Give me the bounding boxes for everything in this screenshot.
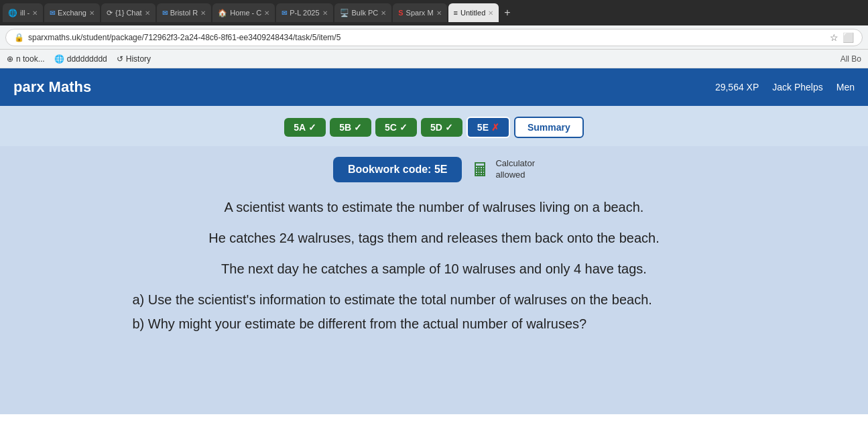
tab-exchange[interactable]: ✉ Exchang ✕: [44, 3, 100, 22]
task-tab-5C-check: ✓: [399, 122, 408, 133]
address-bar[interactable]: 🔒 sparxmaths.uk/student/package/712962f3…: [5, 29, 863, 46]
tab-bulkpc-label: Bulk PC: [352, 9, 379, 17]
task-tab-5E-x: ✗: [491, 122, 499, 133]
task-tab-5B-label: 5B: [339, 122, 351, 133]
tab-bristol-icon: ✉: [162, 9, 168, 17]
question-part-b: b) Why might your estimate be different …: [133, 316, 736, 332]
tab-untitled-label: Untitled: [460, 9, 485, 17]
history-icon: ↺: [117, 54, 123, 64]
tab-exchange-icon: ✉: [50, 9, 55, 17]
task-tab-5D[interactable]: 5D ✓: [421, 118, 462, 137]
calculator-line1: Calculator: [495, 158, 535, 170]
all-bookmarks-label: All Bo: [841, 54, 861, 64]
user-name: Jack Phelps: [772, 82, 822, 92]
tab-chat-label: {1} Chat: [115, 9, 142, 17]
menu-button[interactable]: Men: [836, 82, 855, 92]
task-tab-5A-label: 5A: [294, 122, 306, 133]
question-line1: A scientist wants to estimate the number…: [208, 196, 660, 219]
task-tab-5E-label: 5E: [477, 122, 489, 133]
task-tab-5E[interactable]: 5E ✗: [467, 117, 510, 138]
tab-bulkpc[interactable]: 🖥️ Bulk PC ✕: [334, 3, 392, 22]
task-tab-5D-check: ✓: [445, 122, 453, 133]
bookmark-star-icon[interactable]: ☆: [830, 32, 839, 43]
task-tab-5C-label: 5C: [385, 122, 397, 133]
question-part-b-text: b) Why might your estimate be different …: [133, 316, 736, 332]
tab-sparxm-close[interactable]: ✕: [436, 9, 442, 17]
question-line2: He catches 24 walruses, tags them and re…: [208, 227, 660, 249]
tab-pl2025-icon: ✉: [282, 9, 287, 17]
address-url: sparxmaths.uk/student/package/712962f3-2…: [28, 33, 340, 42]
bookwork-code-badge: Bookwork code: 5E: [333, 157, 462, 182]
tab-1-label: ill -: [20, 9, 29, 17]
task-tab-5D-label: 5D: [430, 122, 442, 133]
calculator-line2: allowed: [495, 170, 535, 181]
bookmark-took-label: n took...: [16, 54, 45, 64]
task-tab-5C[interactable]: 5C ✓: [375, 118, 417, 137]
bookmark-history-label: History: [126, 54, 151, 64]
summary-button[interactable]: Summary: [514, 117, 584, 138]
tab-1-close[interactable]: ✕: [32, 9, 38, 17]
tab-sparxm-label: Sparx M: [406, 9, 434, 17]
tab-exchange-close[interactable]: ✕: [89, 9, 95, 17]
tab-untitled-icon: ≡: [454, 9, 458, 17]
tab-home-label: Home - C: [230, 9, 261, 17]
bookmark-ddddd-label: ddddddddd: [67, 54, 107, 64]
tab-chat[interactable]: ⟳ {1} Chat ✕: [101, 3, 156, 22]
browser-tab-bar: 🌐 ill - ✕ ✉ Exchang ✕ ⟳ {1} Chat ✕ ✉ Bri…: [0, 0, 868, 25]
tab-chat-close[interactable]: ✕: [145, 9, 150, 17]
all-bookmarks-link[interactable]: All Bo: [841, 54, 861, 64]
tab-exchange-label: Exchang: [58, 9, 86, 17]
address-bar-row: 🔒 sparxmaths.uk/student/package/712962f3…: [0, 25, 868, 50]
tab-chat-icon: ⟳: [107, 9, 113, 17]
tab-pl2025-label: P-L 2025: [290, 9, 319, 17]
tab-screenshot-icon[interactable]: ⬜: [843, 32, 854, 43]
tab-untitled[interactable]: ≡ Untitled ✕: [448, 3, 499, 22]
tab-1[interactable]: 🌐 ill - ✕: [3, 3, 43, 22]
bookmark-took-icon: ⊕: [7, 54, 13, 64]
tab-sparxm[interactable]: S Sparx M ✕: [393, 3, 446, 22]
sparx-header: parx Maths 29,564 XP Jack Phelps Men: [0, 68, 868, 106]
tab-home[interactable]: 🏠 Home - C ✕: [212, 3, 275, 22]
bookmark-ddddd-icon: 🌐: [54, 54, 64, 64]
secure-icon: 🔒: [14, 33, 24, 42]
question-part-a-text: a) Use the scientist's information to es…: [133, 288, 736, 311]
calculator-text: Calculator allowed: [495, 158, 535, 181]
tab-pl2025[interactable]: ✉ P-L 2025 ✕: [276, 3, 332, 22]
bookmark-ddddd[interactable]: 🌐 ddddddddd: [54, 54, 107, 64]
question-part-a: a) Use the scientist's information to es…: [133, 288, 736, 311]
tab-bulkpc-close[interactable]: ✕: [381, 9, 386, 17]
tab-1-icon: 🌐: [8, 9, 17, 17]
tab-bristol-label: Bristol R: [170, 9, 198, 17]
bookmark-history[interactable]: ↺ History: [117, 54, 151, 64]
tab-bulkpc-icon: 🖥️: [340, 9, 349, 17]
question-text: A scientist wants to estimate the number…: [208, 196, 660, 288]
task-tab-5A[interactable]: 5A ✓: [284, 118, 326, 137]
bookmarks-bar: ⊕ n took... 🌐 ddddddddd ↺ History All Bo: [0, 50, 868, 68]
calculator-box: 🖩 Calculator allowed: [471, 158, 535, 181]
calculator-icon: 🖩: [471, 159, 490, 181]
tab-pl2025-close[interactable]: ✕: [322, 9, 328, 17]
task-tabs-bar: 5A ✓ 5B ✓ 5C ✓ 5D ✓ 5E ✗ Summary: [0, 106, 868, 146]
question-line3: The next day he catches a sample of 10 w…: [208, 257, 660, 280]
tab-home-close[interactable]: ✕: [264, 9, 269, 17]
task-tab-5A-check: ✓: [308, 122, 316, 133]
bookwork-row: Bookwork code: 5E 🖩 Calculator allowed: [333, 157, 535, 182]
content-area: Bookwork code: 5E 🖩 Calculator allowed A…: [0, 146, 868, 414]
sparx-logo: parx Maths: [13, 78, 91, 96]
sparx-logo-text: parx Maths: [13, 78, 91, 95]
tab-bristol-close[interactable]: ✕: [200, 9, 206, 17]
task-tab-5B-check: ✓: [354, 122, 362, 133]
tab-untitled-close[interactable]: ✕: [488, 9, 493, 17]
tab-sparxm-icon: S: [398, 9, 403, 17]
bookmark-took[interactable]: ⊕ n took...: [7, 54, 45, 64]
xp-display: 29,564 XP: [715, 82, 759, 92]
tab-bristol[interactable]: ✉ Bristol R ✕: [157, 3, 212, 22]
tab-home-icon: 🏠: [218, 9, 227, 17]
add-tab-button[interactable]: +: [500, 7, 514, 19]
task-tab-5B[interactable]: 5B ✓: [330, 118, 371, 137]
